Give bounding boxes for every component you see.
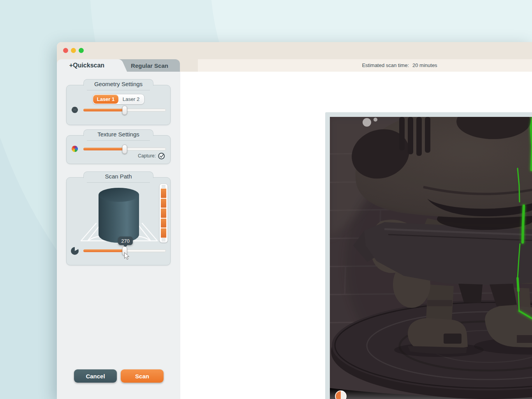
estimated-scan-time-label: Estimated scan time: bbox=[362, 62, 409, 68]
color-aperture-icon bbox=[71, 145, 79, 153]
texture-settings-title: Texture Settings bbox=[67, 131, 170, 138]
texture-exposure-slider[interactable] bbox=[83, 148, 166, 150]
rotation-pie-icon bbox=[71, 247, 79, 255]
scan-volume-cylinder bbox=[99, 188, 139, 244]
contrast-icon[interactable] bbox=[335, 390, 347, 399]
capture-label: Capture: bbox=[138, 153, 156, 159]
rotation-slider[interactable] bbox=[83, 249, 166, 252]
aperture-icon bbox=[71, 106, 79, 114]
scan-button[interactable]: Scan bbox=[121, 369, 164, 383]
height-segment bbox=[161, 208, 166, 218]
laser-exposure-slider[interactable] bbox=[83, 109, 166, 111]
height-range-bar[interactable] bbox=[159, 184, 168, 243]
zoom-window-button[interactable] bbox=[79, 48, 84, 53]
camera-preview bbox=[330, 117, 532, 399]
close-window-button[interactable] bbox=[63, 48, 68, 53]
desktop-background: Estimated scan time:20 minutes Regular S… bbox=[0, 0, 532, 399]
geometry-settings-panel: Geometry Settings Laser 1 Laser 2 bbox=[66, 85, 171, 125]
capture-row: Capture: bbox=[138, 152, 165, 160]
laser-1-button[interactable]: Laser 1 bbox=[93, 95, 118, 104]
app-window: Estimated scan time:20 minutes Regular S… bbox=[57, 42, 532, 399]
height-segment bbox=[161, 199, 166, 208]
tab-regular-scan[interactable]: Regular Scan bbox=[119, 59, 180, 72]
tab-quickscan[interactable]: +Quickscan bbox=[57, 59, 113, 72]
estimated-scan-time-value: 20 minutes bbox=[412, 62, 437, 68]
scan-path-title: Scan Path bbox=[67, 173, 170, 180]
laser-exposure-slider-handle[interactable] bbox=[122, 106, 127, 115]
tab-bar: Estimated scan time:20 minutes Regular S… bbox=[57, 59, 532, 72]
height-segment bbox=[161, 219, 166, 228]
height-segment bbox=[161, 189, 166, 198]
settings-sidebar: Geometry Settings Laser 1 Laser 2 bbox=[57, 72, 180, 399]
laser-2-button[interactable]: Laser 2 bbox=[118, 95, 144, 104]
cancel-button[interactable]: Cancel bbox=[74, 369, 117, 383]
texture-exposure-slider-handle[interactable] bbox=[122, 145, 127, 154]
geometry-settings-title: Geometry Settings bbox=[67, 81, 170, 87]
camera-scene bbox=[330, 117, 532, 399]
capture-checkbox[interactable] bbox=[158, 153, 165, 159]
texture-settings-panel: Texture Settings C bbox=[66, 135, 171, 164]
check-icon bbox=[160, 154, 164, 158]
height-segment bbox=[161, 228, 166, 238]
status-bar: Estimated scan time:20 minutes bbox=[198, 59, 532, 72]
mouse-cursor-icon bbox=[124, 252, 130, 260]
scan-path-panel: Scan Path bbox=[66, 177, 171, 265]
titlebar bbox=[57, 42, 532, 59]
main-content bbox=[180, 72, 532, 399]
laser-toggle: Laser 1 Laser 2 bbox=[92, 94, 144, 104]
estimated-scan-time: Estimated scan time:20 minutes bbox=[362, 59, 437, 72]
camera-panel bbox=[325, 112, 532, 399]
minimize-window-button[interactable] bbox=[71, 48, 76, 53]
rotation-value-tooltip: 270 bbox=[118, 237, 133, 245]
